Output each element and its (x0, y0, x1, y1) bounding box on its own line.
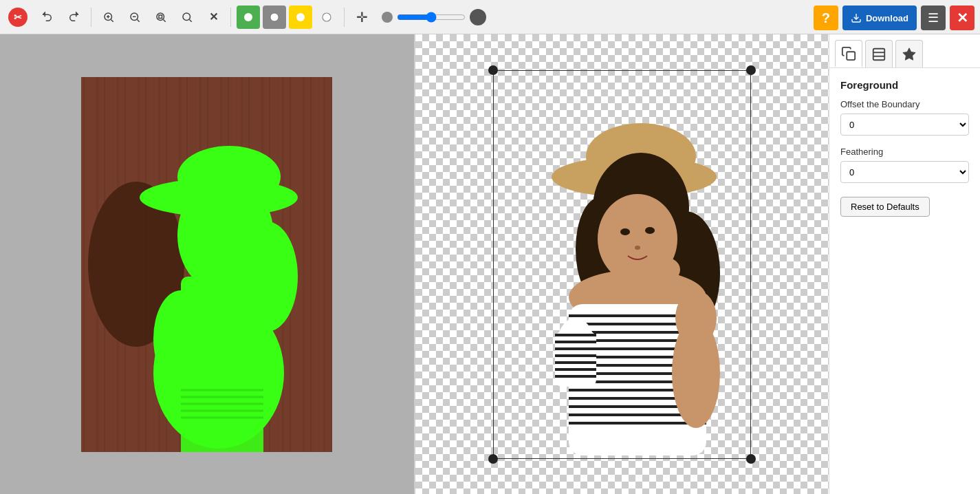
zoom-100-button[interactable] (175, 6, 199, 29)
reset-defaults-button[interactable]: Reset to Defaults (840, 197, 930, 217)
brush-size-control (382, 9, 486, 25)
svg-rect-73 (555, 341, 596, 343)
svg-rect-79 (847, 52, 855, 60)
svg-line-7 (137, 19, 139, 21)
remove-tool-button[interactable] (315, 6, 338, 29)
tab-copy[interactable] (835, 40, 862, 67)
svg-point-15 (270, 13, 279, 21)
svg-point-50 (635, 246, 640, 250)
svg-rect-75 (555, 354, 596, 357)
svg-rect-80 (873, 48, 885, 60)
zoom-out-button[interactable] (123, 6, 146, 29)
move-tool-button[interactable]: ✛ (350, 6, 373, 29)
svg-line-13 (189, 19, 191, 21)
top-right-actions: ? Download ☰ ✕ (814, 6, 974, 30)
svg-point-48 (620, 228, 630, 235)
svg-point-16 (296, 13, 305, 21)
svg-point-32 (153, 290, 208, 387)
sidebar-panel-title: Foreground (840, 79, 969, 91)
menu-button[interactable]: ☰ (921, 6, 946, 30)
svg-marker-83 (903, 47, 915, 59)
brush-size-icon (382, 12, 393, 23)
handle-top-right[interactable] (746, 65, 756, 75)
tab-star[interactable] (895, 40, 923, 67)
brush-size-slider[interactable] (397, 12, 466, 23)
handle-bottom-left[interactable] (488, 454, 498, 464)
svg-rect-78 (555, 375, 596, 378)
undo-button[interactable] (36, 6, 59, 29)
zoom-in-button[interactable] (97, 6, 120, 29)
redo-button[interactable] (62, 6, 85, 29)
main-content: Foreground Offset the Boundary 0 1 2 3 5… (0, 34, 980, 494)
foreground-tool-button[interactable] (237, 6, 260, 29)
svg-rect-71 (555, 332, 596, 387)
sidebar-tabs (829, 34, 980, 68)
separator-1 (91, 8, 91, 27)
handle-top-left[interactable] (488, 65, 498, 75)
svg-rect-74 (555, 347, 596, 350)
svg-rect-77 (555, 368, 596, 371)
erase-tool-button[interactable] (263, 6, 286, 29)
svg-rect-72 (555, 334, 596, 336)
left-panel[interactable] (0, 34, 414, 494)
original-image-canvas (81, 77, 332, 452)
offset-boundary-select[interactable]: 0 1 2 3 5 10 (840, 114, 969, 136)
svg-point-68 (675, 290, 717, 345)
zoom-fit-button[interactable] (149, 6, 173, 29)
handle-bottom-right[interactable] (746, 454, 756, 464)
svg-point-12 (183, 13, 190, 21)
result-image-canvas (493, 70, 751, 459)
svg-point-29 (177, 146, 281, 208)
svg-line-10 (163, 19, 165, 21)
help-button[interactable]: ? (814, 6, 838, 30)
svg-point-69 (650, 257, 680, 282)
svg-point-31 (236, 222, 298, 332)
feathering-select[interactable]: 0 1 2 3 5 10 (840, 161, 969, 183)
sidebar: Foreground Offset the Boundary 0 1 2 3 5… (829, 34, 980, 494)
svg-point-14 (244, 13, 252, 21)
original-image-container (81, 77, 332, 452)
svg-point-49 (645, 227, 655, 234)
svg-rect-76 (555, 361, 596, 364)
brush-size-large-icon (470, 9, 486, 25)
svg-rect-11 (159, 15, 162, 19)
svg-line-3 (111, 19, 113, 21)
tab-layers[interactable] (865, 40, 893, 67)
close-edit-button[interactable]: ✕ (202, 6, 225, 29)
right-panel[interactable] (415, 34, 829, 494)
svg-point-9 (157, 13, 164, 21)
feathering-label: Feathering (840, 147, 969, 157)
toolbar: ✂ (0, 0, 980, 34)
app-logo[interactable]: ✂ (6, 5, 30, 30)
separator-2 (230, 8, 231, 27)
offset-boundary-label: Offset the Boundary (840, 99, 969, 109)
svg-point-17 (323, 13, 331, 21)
svg-text:✂: ✂ (14, 12, 22, 23)
separator-3 (344, 8, 345, 27)
download-icon (851, 12, 862, 23)
result-image-container (493, 70, 751, 459)
sidebar-panel-content: Foreground Offset the Boundary 0 1 2 3 5… (829, 68, 980, 494)
download-button[interactable]: Download (842, 6, 917, 30)
close-button[interactable]: ✕ (950, 6, 974, 30)
add-tool-button[interactable] (289, 6, 312, 29)
